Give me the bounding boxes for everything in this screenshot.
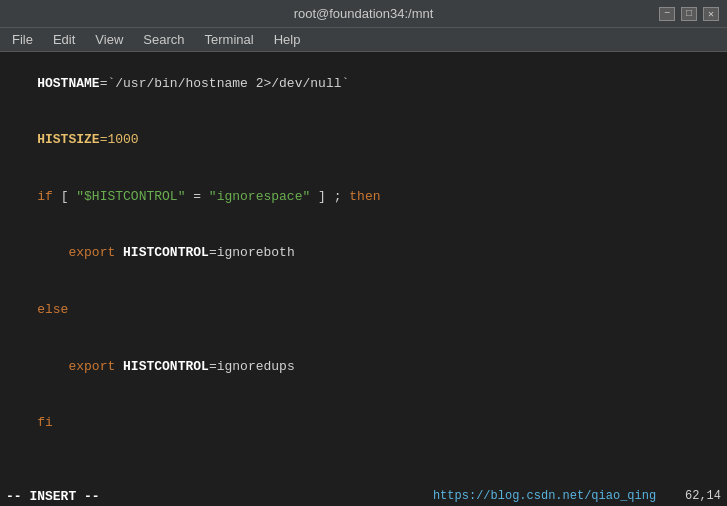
terminal-body[interactable]: HOSTNAME=`/usr/bin/hostname 2>/dev/null`… <box>0 52 727 506</box>
code-line-1: HOSTNAME=`/usr/bin/hostname 2>/dev/null` <box>6 56 721 113</box>
menubar: File Edit View Search Terminal Help <box>0 28 727 52</box>
cursor-position: 62,14 <box>685 489 721 503</box>
status-bar: -- INSERT -- https://blog.csdn.net/qiao_… <box>0 486 727 506</box>
blog-url: https://blog.csdn.net/qiao_qing <box>433 489 656 503</box>
title-bar-text: root@foundation34:/mnt <box>294 6 434 21</box>
code-line-2: HISTSIZE=1000 <box>6 113 721 170</box>
menu-view[interactable]: View <box>87 30 131 49</box>
menu-terminal[interactable]: Terminal <box>197 30 262 49</box>
maximize-button[interactable]: □ <box>681 7 697 21</box>
close-button[interactable]: ✕ <box>703 7 719 21</box>
code-line-6: export HISTCONTROL=ignoredups <box>6 339 721 396</box>
menu-help[interactable]: Help <box>266 30 309 49</box>
minimize-button[interactable]: − <box>659 7 675 21</box>
code-line-3: if [ "$HISTCONTROL" = "ignorespace" ] ; … <box>6 169 721 226</box>
menu-file[interactable]: File <box>4 30 41 49</box>
menu-search[interactable]: Search <box>135 30 192 49</box>
code-line-5: else <box>6 282 721 339</box>
code-line-7: fi <box>6 395 721 452</box>
code-line-4: export HISTCONTROL=ignoreboth <box>6 226 721 283</box>
title-bar: root@foundation34:/mnt − □ ✕ <box>0 0 727 28</box>
code-line-blank1 <box>6 452 721 471</box>
menu-edit[interactable]: Edit <box>45 30 83 49</box>
insert-mode-label: -- INSERT -- <box>6 489 100 504</box>
status-right-text: https://blog.csdn.net/qiao_qing 62,14 <box>433 489 721 503</box>
